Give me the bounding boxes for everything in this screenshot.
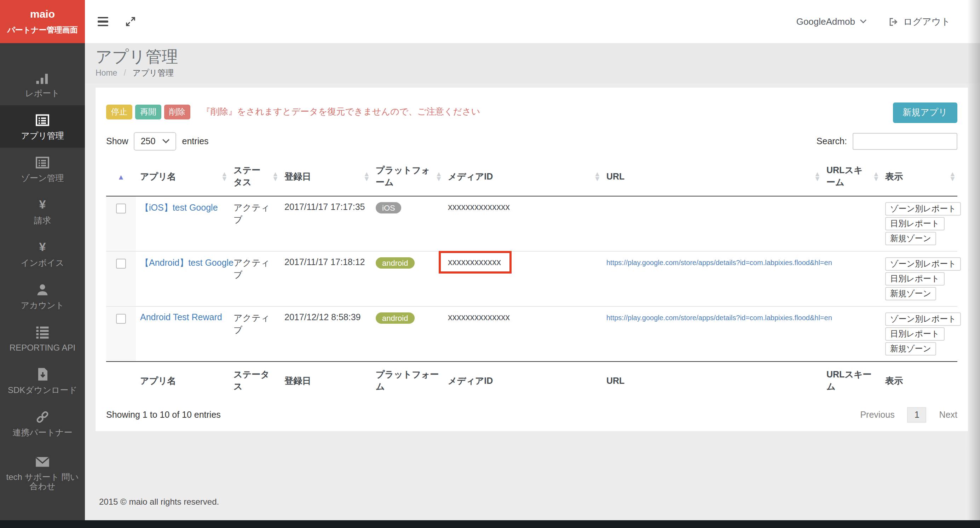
column-header-status[interactable]: ステータス▲▼ <box>229 158 280 196</box>
column-header-select[interactable]: ▲ <box>106 158 136 196</box>
column-header-label: ステータス <box>234 165 260 187</box>
new-zone-button[interactable]: 新規ゾーン <box>885 287 936 300</box>
apps-table: ▲ アプリ名▲▼ステータス▲▼登録日▲▼プラットフォーム▲▼メディアID▲▼UR… <box>106 158 957 400</box>
app-url-link[interactable]: https://play.google.com/store/apps/detai… <box>606 314 832 322</box>
breadcrumb-home-link[interactable]: Home <box>95 68 117 77</box>
delete-button[interactable]: 削除 <box>164 105 190 119</box>
column-header-url[interactable]: URL▲▼ <box>602 158 822 196</box>
sidebar: maio パートナー管理画面 レポートアプリ管理ゾーン管理¥請求¥インボイスアカ… <box>0 0 85 520</box>
sidebar-item-zone-management[interactable]: ゾーン管理 <box>0 148 85 190</box>
app-name-link[interactable]: 【Android】test Google <box>140 258 234 268</box>
sort-icons: ▲▼ <box>273 172 277 181</box>
previous-page-button[interactable]: Previous <box>860 410 894 420</box>
sidebar-item-app-management[interactable]: アプリ管理 <box>0 105 85 148</box>
logout-label: ログアウト <box>903 15 950 28</box>
daily-report-button[interactable]: 日別レポート <box>885 217 945 230</box>
table-header-row: ▲ アプリ名▲▼ステータス▲▼登録日▲▼プラットフォーム▲▼メディアID▲▼UR… <box>106 158 957 196</box>
logout-button[interactable]: ログアウト <box>888 15 950 28</box>
row-checkbox[interactable] <box>116 314 126 324</box>
brand-logo[interactable]: maio パートナー管理画面 <box>0 0 85 43</box>
page-title: アプリ管理 <box>95 47 980 67</box>
search-label: Search: <box>816 136 847 146</box>
column-header-app-name[interactable]: アプリ名▲▼ <box>136 158 229 196</box>
sort-icons: ▲▼ <box>874 172 878 181</box>
column-header-label: プラットフォーム <box>376 165 430 187</box>
row-checkbox[interactable] <box>116 204 126 214</box>
app-url-link[interactable]: https://play.google.com/store/apps/detai… <box>606 259 832 266</box>
sidebar-item-label: レポート <box>25 89 60 98</box>
page-length-value: 250 <box>141 136 156 146</box>
sidebar-item-tech-support[interactable]: tech サポート 問い合わせ <box>0 445 85 501</box>
breadcrumb: Home / アプリ管理 <box>95 68 980 78</box>
page-length-select[interactable]: 250 <box>134 132 177 151</box>
fullscreen-icon[interactable] <box>125 16 136 27</box>
sidebar-item-label: REPORTING API <box>10 343 75 352</box>
column-header-url-scheme[interactable]: URLスキーム▲▼ <box>822 158 881 196</box>
sidebar-item-partner[interactable]: 連携パートナー <box>0 402 85 445</box>
account-menu[interactable]: GoogleAdmob <box>796 16 867 27</box>
footer-column-display: 表示 <box>881 362 957 400</box>
status-cell: アクティブ <box>229 306 280 362</box>
app-root: maio パートナー管理画面 レポートアプリ管理ゾーン管理¥請求¥インボイスアカ… <box>0 0 980 528</box>
sidebar-item-label: アプリ管理 <box>21 131 64 140</box>
show-label: Show <box>106 136 129 146</box>
platform-badge: iOS <box>376 202 402 214</box>
next-page-button[interactable]: Next <box>939 410 957 420</box>
table-footer-bar: Showing 1 to 10 of 10 entries Previous 1… <box>106 407 957 423</box>
sidebar-item-report[interactable]: レポート <box>0 63 85 105</box>
new-zone-button[interactable]: 新規ゾーン <box>885 342 936 355</box>
resume-button[interactable]: 再開 <box>135 105 161 119</box>
row-checkbox[interactable] <box>116 259 126 269</box>
column-header-label: 登録日 <box>285 171 311 181</box>
media-id-value: xxxxxxxxxxxxxx <box>448 312 510 322</box>
column-header-media-id[interactable]: メディアID▲▼ <box>444 158 602 196</box>
column-header-registered[interactable]: 登録日▲▼ <box>280 158 371 196</box>
daily-report-button[interactable]: 日別レポート <box>885 272 945 285</box>
table-controls: Show 250 entries Search: <box>106 132 957 151</box>
sort-icons: ▲▼ <box>595 172 599 181</box>
daily-report-button[interactable]: 日別レポート <box>885 327 945 341</box>
app-name-link[interactable]: Android Test Reward <box>140 312 222 322</box>
zone-report-button[interactable]: ゾーン別レポート <box>885 312 961 326</box>
registered-date-cell: 2017/11/17 17:18:12 <box>280 251 371 306</box>
app-name-link[interactable]: 【iOS】test Google <box>140 203 218 213</box>
new-zone-button[interactable]: 新規ゾーン <box>885 232 936 245</box>
zone-report-button[interactable]: ゾーン別レポート <box>885 257 961 271</box>
column-header-display[interactable]: 表示▲▼ <box>881 158 957 196</box>
display-actions-cell: ゾーン別レポート日別レポート新規ゾーン <box>881 306 957 362</box>
platform-badge: android <box>376 257 414 269</box>
search-input[interactable] <box>853 133 957 150</box>
row-select-cell <box>106 196 136 251</box>
column-header-label: URLスキーム <box>826 165 863 187</box>
row-select-cell <box>106 251 136 306</box>
status-cell: アクティブ <box>229 196 280 251</box>
sort-icons: ▲▼ <box>815 172 819 181</box>
registered-date-cell: 2017/12/12 8:58:39 <box>280 306 371 362</box>
column-header-label: メディアID <box>448 171 493 181</box>
entries-info: Showing 1 to 10 of 10 entries <box>106 410 221 420</box>
menu-toggle-icon[interactable] <box>98 17 108 27</box>
table-row: Android Test Rewardアクティブ2017/12/12 8:58:… <box>106 306 957 362</box>
sidebar-item-billing[interactable]: ¥請求 <box>0 190 85 233</box>
entries-label: entries <box>182 136 209 146</box>
stop-button[interactable]: 停止 <box>106 105 132 119</box>
column-header-platform[interactable]: プラットフォーム▲▼ <box>371 158 444 196</box>
new-app-button[interactable]: 新規アプリ <box>892 103 957 123</box>
sidebar-item-reporting-api[interactable]: REPORTING API <box>0 317 85 360</box>
copyright-text: 2015 © maio all rights reserved. <box>99 497 219 507</box>
sidebar-item-account[interactable]: アカウント <box>0 275 85 317</box>
footer-column-url: URL <box>602 362 822 400</box>
user-icon <box>35 282 49 297</box>
url-cell: https://play.google.com/store/apps/detai… <box>602 306 822 362</box>
footer-column-url-scheme: URLスキーム <box>822 362 881 400</box>
sidebar-item-invoice[interactable]: ¥インボイス <box>0 233 85 275</box>
footer-column-platform: プラットフォーム <box>371 362 444 400</box>
column-header-label: URL <box>606 172 624 182</box>
search-control: Search: <box>816 133 957 150</box>
current-page-button[interactable]: 1 <box>907 407 927 423</box>
account-menu-label: GoogleAdmob <box>796 16 855 27</box>
url-cell <box>602 196 822 251</box>
sidebar-item-sdk-download[interactable]: SDKダウンロード <box>0 360 85 402</box>
zone-report-button[interactable]: ゾーン別レポート <box>885 202 961 216</box>
sidebar-item-label: 請求 <box>34 216 51 225</box>
